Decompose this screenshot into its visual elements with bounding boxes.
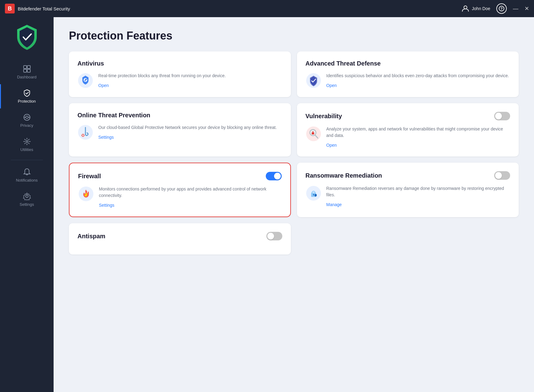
advanced-threat-open-link[interactable]: Open bbox=[326, 83, 337, 88]
titlebar: B Bitdefender Total Security John Doe ? … bbox=[0, 0, 534, 17]
vulnerability-open-link[interactable]: Open bbox=[326, 143, 337, 148]
svg-point-12 bbox=[26, 195, 28, 198]
privacy-label: Privacy bbox=[20, 123, 33, 128]
advanced-threat-card: Advanced Threat Defense Identifies suspi… bbox=[297, 51, 519, 97]
close-button[interactable]: ✕ bbox=[525, 5, 529, 12]
advanced-threat-title: Advanced Threat Defense bbox=[306, 60, 381, 67]
antivirus-description: Real-time protection blocks any threat f… bbox=[98, 73, 282, 79]
antispam-toggle-knob bbox=[267, 233, 274, 239]
advanced-threat-icon bbox=[306, 73, 322, 89]
firewall-toggle-knob bbox=[274, 173, 281, 179]
svg-point-27 bbox=[313, 194, 314, 195]
main-content: Protection Features Antivirus bbox=[54, 17, 534, 392]
minimize-button[interactable]: — bbox=[513, 6, 518, 12]
brand-shield bbox=[13, 23, 41, 51]
vulnerability-body: Analyze your system, apps and network fo… bbox=[306, 126, 510, 148]
sidebar-item-settings[interactable]: Settings bbox=[0, 187, 54, 212]
sidebar-divider bbox=[11, 160, 43, 160]
sidebar-item-protection[interactable]: Protection bbox=[0, 84, 54, 108]
ransomware-card: Ransomware Remediation bbox=[297, 163, 519, 217]
advanced-threat-body: Identifies suspicious behavior and block… bbox=[306, 73, 510, 89]
sidebar-item-notifications[interactable]: Notifications bbox=[0, 163, 54, 187]
protection-icon bbox=[23, 89, 31, 97]
titlebar-right: John Doe ? — ✕ bbox=[461, 3, 529, 14]
shield-logo-icon bbox=[15, 23, 39, 51]
privacy-icon bbox=[23, 113, 31, 121]
ransomware-manage-link[interactable]: Manage bbox=[326, 202, 342, 207]
svg-point-0 bbox=[464, 6, 467, 9]
dashboard-icon bbox=[23, 65, 31, 73]
page-title: Protection Features bbox=[69, 29, 519, 42]
advanced-threat-header: Advanced Threat Defense bbox=[306, 60, 510, 67]
ransomware-toggle-knob bbox=[495, 172, 502, 179]
antivirus-card: Antivirus Real-time p bbox=[69, 51, 291, 97]
firewall-body: Monitors connections performed by your a… bbox=[78, 186, 282, 208]
antispam-toggle[interactable] bbox=[266, 232, 282, 240]
dashboard-label: Dashboard bbox=[17, 75, 37, 79]
svg-point-11 bbox=[26, 141, 28, 142]
ransomware-title: Ransomware Remediation bbox=[306, 172, 382, 179]
antispam-card: Antispam bbox=[69, 223, 291, 254]
svg-rect-6 bbox=[27, 69, 30, 72]
titlebar-left: B Bitdefender Total Security bbox=[5, 4, 70, 13]
online-threat-title: Online Threat Prevention bbox=[77, 112, 150, 119]
advanced-threat-text: Identifies suspicious behavior and block… bbox=[326, 73, 510, 88]
svg-text:?: ? bbox=[500, 7, 502, 11]
antispam-header: Antispam bbox=[77, 232, 282, 240]
svg-rect-23 bbox=[312, 133, 314, 134]
app-title: Bitdefender Total Security bbox=[18, 6, 70, 11]
online-threat-text: Our cloud-based Global Protective Networ… bbox=[98, 124, 282, 140]
online-threat-header: Online Threat Prevention bbox=[77, 112, 282, 119]
ransomware-header: Ransomware Remediation bbox=[306, 171, 510, 180]
svg-point-8 bbox=[26, 116, 28, 119]
antivirus-text: Real-time protection blocks any threat f… bbox=[98, 73, 282, 88]
firewall-icon bbox=[78, 186, 94, 202]
firewall-toggle[interactable] bbox=[266, 172, 282, 180]
advanced-threat-description: Identifies suspicious behavior and block… bbox=[326, 73, 510, 79]
antispam-row: Antispam bbox=[69, 223, 519, 254]
svg-rect-3 bbox=[24, 66, 27, 69]
ransomware-toggle[interactable] bbox=[494, 171, 510, 180]
vulnerability-icon bbox=[306, 126, 322, 142]
svg-rect-4 bbox=[27, 66, 30, 69]
app-container: Dashboard Protection Privacy bbox=[0, 17, 534, 392]
sidebar: Dashboard Protection Privacy bbox=[0, 17, 54, 392]
sidebar-item-utilities[interactable]: Utilities bbox=[0, 133, 54, 157]
sidebar-item-privacy[interactable]: Privacy bbox=[0, 108, 54, 133]
ransomware-icon bbox=[306, 185, 322, 201]
notifications-icon bbox=[23, 168, 31, 176]
app-logo: B bbox=[5, 4, 15, 13]
sidebar-item-dashboard[interactable]: Dashboard bbox=[0, 60, 54, 84]
utilities-icon bbox=[23, 138, 31, 145]
protection-label: Protection bbox=[18, 99, 36, 104]
online-threat-settings-link[interactable]: Settings bbox=[98, 135, 114, 140]
firewall-description: Monitors connections performed by your a… bbox=[99, 186, 282, 199]
online-threat-card: Online Threat Prevention bbox=[69, 103, 291, 156]
settings-icon bbox=[23, 192, 31, 200]
help-icon[interactable]: ? bbox=[496, 3, 507, 14]
online-threat-body: Our cloud-based Global Protective Networ… bbox=[77, 124, 282, 140]
settings-label: Settings bbox=[20, 202, 34, 207]
features-grid: Antivirus Real-time p bbox=[69, 51, 519, 217]
antivirus-header: Antivirus bbox=[77, 60, 282, 67]
svg-rect-5 bbox=[24, 69, 27, 72]
vulnerability-text: Analyze your system, apps and network fo… bbox=[326, 126, 510, 148]
firewall-settings-link[interactable]: Settings bbox=[99, 203, 115, 208]
vulnerability-card: Vulnerability bbox=[297, 103, 519, 156]
ransomware-description: Ransomware Remediation reverses any dama… bbox=[326, 185, 510, 198]
antivirus-icon bbox=[77, 73, 93, 89]
ransomware-body: Ransomware Remediation reverses any dama… bbox=[306, 185, 510, 207]
antivirus-open-link[interactable]: Open bbox=[98, 83, 109, 88]
user-info[interactable]: John Doe bbox=[461, 5, 490, 13]
ransomware-text: Ransomware Remediation reverses any dama… bbox=[326, 185, 510, 207]
antispam-title: Antispam bbox=[77, 233, 105, 240]
notifications-label: Notifications bbox=[16, 178, 38, 183]
antispam-right-spacer bbox=[297, 223, 519, 254]
online-threat-icon bbox=[77, 124, 93, 140]
vulnerability-toggle[interactable] bbox=[494, 112, 510, 120]
online-threat-description: Our cloud-based Global Protective Networ… bbox=[98, 124, 282, 131]
user-name: John Doe bbox=[472, 6, 490, 11]
vulnerability-title: Vulnerability bbox=[306, 113, 342, 120]
firewall-text: Monitors connections performed by your a… bbox=[99, 186, 282, 208]
antivirus-title: Antivirus bbox=[77, 60, 104, 67]
